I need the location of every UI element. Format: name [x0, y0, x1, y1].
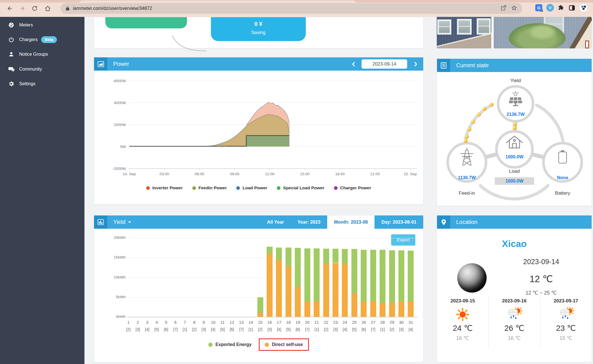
forecast-day-2023-09-15: 2023-09-15 24 ℃ 16 ℃ — [437, 296, 488, 349]
sidebar: Meters ChargersBeta Notice Groups Commun… — [0, 17, 84, 364]
forward-button[interactable] — [17, 4, 27, 13]
load-node-circle — [496, 131, 532, 167]
sidebar-item-meters[interactable]: Meters — [0, 19, 84, 31]
url-bar[interactable]: iammeter.com/dz/user/overview/34872 — [61, 3, 522, 14]
yield-title-dropdown[interactable]: Yield — [107, 219, 131, 225]
profile-avatar[interactable] — [579, 3, 588, 12]
x-axis-day-label: 1 — [124, 320, 133, 325]
yield-tabs: All YearYear: 2023Month: 2023-08Day: 202… — [260, 215, 423, 229]
power-panel-title: Power — [113, 61, 129, 67]
avatar-pixel — [584, 6, 586, 8]
load-label: Load — [509, 168, 520, 174]
export-button[interactable]: Export — [391, 234, 415, 246]
active-tab[interactable] — [80, 1, 356, 3]
date-next-button[interactable] — [412, 60, 420, 68]
legend-marker — [277, 186, 280, 190]
x-axis-weekday-label: [3] — [199, 327, 208, 332]
x-axis-day-label: 9 — [199, 320, 208, 325]
energy-flow-diagram — [437, 72, 592, 206]
bar-exported-energy-day-28 — [380, 250, 385, 303]
svg-text:-2000W: -2000W — [113, 167, 126, 171]
sidebar-item-chargers[interactable]: ChargersBeta — [0, 34, 84, 46]
reload-button[interactable] — [30, 4, 39, 13]
legend-item-inverter-power[interactable]: Inverter Power — [146, 185, 183, 190]
feedin-label: Feed-in — [459, 190, 475, 196]
x-axis-day-label: 19 — [293, 320, 303, 325]
location-panel-icon-box — [437, 215, 450, 229]
x-axis-day-label: 3 — [142, 320, 152, 325]
x-axis-day-label: 10 — [208, 320, 218, 325]
x-axis-weekday-label: [6] — [293, 327, 303, 332]
forecast-weather-icon — [489, 306, 540, 323]
beta-badge: Beta — [41, 36, 57, 43]
forecast-day-2023-09-17: 2023-09-17 23 ℃ 15 ℃ — [540, 296, 592, 349]
bookmark-star-icon[interactable] — [511, 5, 517, 11]
bar-exported-energy-day-26 — [361, 250, 367, 301]
tab-day-2023-08-01[interactable]: Day: 2023-08-01 — [374, 215, 423, 229]
x-axis-weekday-label: [1] — [180, 327, 190, 332]
bar-exported-energy-day-18 — [286, 248, 291, 266]
v-extension-icon[interactable]: V — [546, 4, 554, 12]
legend-item-exported-energy[interactable]: Exported Energy — [208, 342, 251, 347]
screen: iammeter.com/dz/user/overview/34872 G V … — [0, 0, 593, 364]
sidebar-item-settings[interactable]: Settings — [0, 78, 84, 90]
power-icon — [7, 37, 15, 43]
bar-direct-self-use-day-20 — [304, 302, 310, 317]
sidebar-item-notice-groups[interactable]: Notice Groups — [0, 48, 84, 60]
date-input[interactable]: 2023-09-14 — [362, 59, 407, 69]
x-axis-day-label: 29 — [387, 320, 397, 325]
x-axis-day-label: 20 — [302, 320, 312, 325]
legend-label: Charger Power — [340, 185, 371, 190]
forecast-high-temp: 24 ℃ — [437, 323, 488, 333]
x-axis-weekday-label: [4] — [142, 327, 152, 332]
tab-year-2023[interactable]: Year: 2023 — [291, 215, 327, 229]
x-axis-weekday-label: [5] — [349, 327, 359, 332]
home-button[interactable] — [43, 4, 52, 13]
bar-direct-self-use-day-28 — [380, 303, 385, 317]
legend-label: Feedin Power — [199, 185, 227, 190]
x-axis-day-label: 23 — [331, 320, 340, 325]
forecast-weather-icon — [437, 306, 488, 323]
x-axis-weekday-label: [2] — [321, 327, 331, 332]
x-axis-weekday-label: [6] — [359, 327, 369, 332]
tab-all-year[interactable]: All Year — [260, 215, 291, 229]
svg-text:12:00: 12:00 — [265, 172, 275, 176]
svg-text:6000W: 6000W — [114, 79, 126, 83]
annotation-highlight-box: Direct self-use — [259, 338, 309, 351]
bar-direct-self-use-day-24 — [342, 264, 348, 317]
share-icon[interactable] — [500, 5, 507, 11]
extensions-puzzle-icon[interactable] — [558, 5, 565, 11]
x-axis-day-label: 2 — [133, 320, 142, 325]
x-axis-day-label: 12 — [227, 320, 237, 325]
feedin-value: 1136.7W — [458, 175, 476, 180]
translate-extension-icon[interactable]: G — [535, 4, 542, 11]
yield-value: 2136.7W — [507, 112, 525, 117]
x-axis-day-label: 26 — [359, 320, 369, 325]
weather-forecast: 2023-09-15 24 ℃ 16 ℃ 2023-09-16 26 ℃ 16 … — [437, 296, 592, 349]
y-axis-label: 15kWh — [102, 255, 126, 259]
bar-exported-energy-day-15 — [257, 297, 263, 313]
tab-month-2023-08[interactable]: Month: 2023-08 — [327, 215, 374, 229]
svg-text:18:00: 18:00 — [335, 172, 345, 176]
bar-direct-self-use-day-30 — [398, 302, 404, 317]
legend-marker — [146, 186, 150, 190]
legend-item-special-load-power[interactable]: Special Load Power — [277, 185, 324, 190]
legend-item-direct-self-use[interactable]: Direct self-use — [265, 342, 303, 347]
legend-item-load-power[interactable]: Load Power — [236, 185, 267, 190]
forecast-low-temp: 16 ℃ — [489, 335, 540, 341]
bar-exported-energy-day-24 — [342, 249, 348, 264]
legend-item-feedin-power[interactable]: Feedin Power — [192, 185, 227, 190]
x-axis-day-label: 25 — [349, 320, 359, 325]
bar-chart-icon — [97, 219, 104, 226]
forecast-high-temp: 26 ℃ — [489, 323, 540, 333]
x-axis-weekday-label: [4] — [208, 327, 218, 332]
rain-sun-icon — [506, 307, 523, 322]
bar-exported-energy-day-20 — [304, 248, 310, 302]
yield-panel-title: Yield — [113, 219, 126, 225]
legend-item-charger-power[interactable]: Charger Power — [334, 185, 371, 190]
sidebar-item-community[interactable]: Community — [0, 63, 84, 75]
side-panel-icon[interactable] — [569, 5, 575, 11]
date-prev-button[interactable] — [350, 60, 358, 68]
x-axis-day-label: 4 — [152, 320, 161, 325]
back-button[interactable] — [5, 4, 15, 13]
